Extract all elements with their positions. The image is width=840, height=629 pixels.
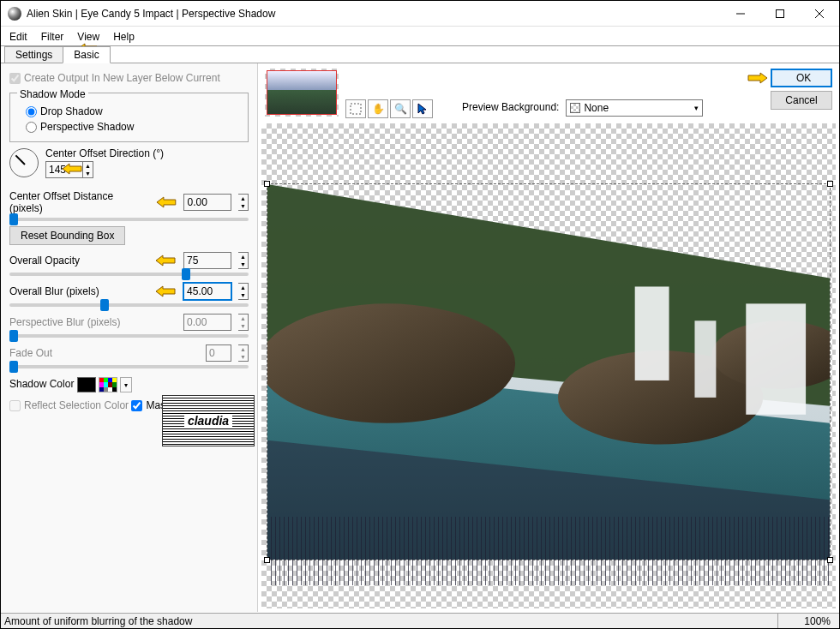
svg-rect-1 [777,9,784,17]
maximize-button[interactable] [760,1,800,26]
maximize-icon [776,9,784,18]
pointer-tool-button[interactable] [412,99,433,118]
marquee-tool-button[interactable] [345,99,366,118]
cancel-button[interactable]: Cancel [771,91,832,110]
palette-button[interactable] [99,377,117,392]
reflect-selection-checkbox: Reflect Selection Color [9,399,129,411]
svg-rect-4 [351,104,361,114]
marquee-icon [350,103,362,115]
offset-distance-input[interactable]: 0.00 [183,194,231,211]
preview-panel: ✋ 🔍 Preview Background: None ▾ OK Cancel [258,63,839,612]
svg-rect-12 [746,303,806,414]
close-icon [815,9,824,18]
perspective-blur-slider [9,334,249,338]
perspective-blur-input: 0.00 [183,314,231,331]
magnifier-icon: 🔍 [394,103,407,115]
overall-opacity-label: Overall Opacity [9,255,147,267]
transparency-swatch-icon [570,103,580,113]
fade-out-spinner: ▲▼ [238,344,249,362]
zoom-tool-button[interactable]: 🔍 [390,99,411,118]
radio-perspective-shadow[interactable]: Perspective Shadow [17,119,241,135]
create-output-label: Create Output In New Layer Below Current [24,72,220,84]
ok-button[interactable]: OK [771,69,832,87]
tab-settings[interactable]: Settings [4,46,63,63]
preview-background-label: Preview Background: [462,101,559,113]
overall-blur-input[interactable]: 45.00 [183,283,231,300]
offset-direction-dial[interactable] [9,148,39,177]
perspective-blur-spinner: ▲▼ [238,314,249,331]
close-button[interactable] [800,1,839,26]
status-message: Amount of uniform blurring of the shadow [1,615,777,627]
overall-opacity-slider[interactable] [9,273,249,276]
menu-edit[interactable]: Edit [6,30,38,44]
shadow-mode-group: Shadow Mode Drop Shadow Perspective Shad… [9,93,249,142]
chevron-down-icon: ▾ [694,104,699,112]
watermark-stamp: claudia [162,395,255,446]
preview-canvas-area[interactable] [261,123,836,608]
settings-panel: Create Output In New Layer Below Current… [1,63,258,612]
menu-bar: Edit Filter View Help [1,27,839,46]
preview-image [267,184,830,560]
hand-tool-button[interactable]: ✋ [368,99,388,118]
zoom-level: 100% [777,614,839,628]
svg-point-8 [267,303,515,422]
palette-dropdown[interactable]: ▾ [120,377,132,392]
handle-bottom-left[interactable] [264,557,270,563]
create-output-checkbox[interactable]: Create Output In New Layer Below Current [9,72,220,84]
menu-help[interactable]: Help [110,30,145,44]
overall-blur-spinner[interactable]: ▲▼ [238,283,249,300]
shadow-drip-effect [267,517,830,585]
tab-basic[interactable]: Basic [63,46,110,63]
offset-direction-spinner[interactable]: ▲▼ [83,161,93,178]
svg-rect-13 [694,320,716,398]
fade-out-slider [9,365,249,368]
shadow-color-swatch[interactable] [77,377,96,392]
shadow-color-label: Shadow Color [9,378,74,390]
app-icon [8,7,21,21]
fade-out-input: 0 [206,344,231,362]
perspective-blur-label: Perspective Blur (pixels) [9,316,177,328]
minimize-icon [736,9,745,18]
menu-filter[interactable]: Filter [38,30,75,44]
shadow-mode-legend: Shadow Mode [17,88,88,100]
fade-out-label: Fade Out [9,347,199,359]
reset-bounding-box-button[interactable]: Reset Bounding Box [9,226,125,245]
offset-distance-label: Center Offset Distance (pixels) [9,190,148,214]
hand-icon: ✋ [372,103,385,115]
handle-top-right[interactable] [827,181,833,187]
window-title: Alien Skin | Eye Candy 5 Impact | Perspe… [27,8,721,20]
arrow-cursor-icon [417,103,428,115]
offset-distance-slider[interactable] [9,218,249,221]
tab-strip: Settings Basic [1,46,839,63]
overall-opacity-spinner[interactable]: ▲▼ [238,252,249,269]
radio-drop-shadow[interactable]: Drop Shadow [17,104,241,119]
handle-bottom-right[interactable] [827,557,833,563]
offset-direction-input[interactable]: 145 [45,161,83,178]
status-bar: Amount of uniform blurring of the shadow… [1,613,839,628]
preset-thumbnail[interactable] [265,69,339,117]
offset-distance-spinner[interactable]: ▲▼ [238,194,249,211]
bounding-box[interactable] [267,183,831,560]
preview-background-select[interactable]: None ▾ [566,99,703,117]
minimize-button[interactable] [721,1,760,26]
svg-rect-11 [635,286,669,380]
overall-blur-label: Overall Blur (pixels) [9,285,147,297]
menu-view[interactable]: View [74,30,110,44]
overall-blur-slider[interactable] [9,303,249,307]
overall-opacity-input[interactable]: 75 [183,252,231,269]
offset-direction-label: Center Offset Direction (°) [45,147,164,159]
handle-top-left[interactable] [264,181,270,187]
title-bar: Alien Skin | Eye Candy 5 Impact | Perspe… [1,1,839,27]
